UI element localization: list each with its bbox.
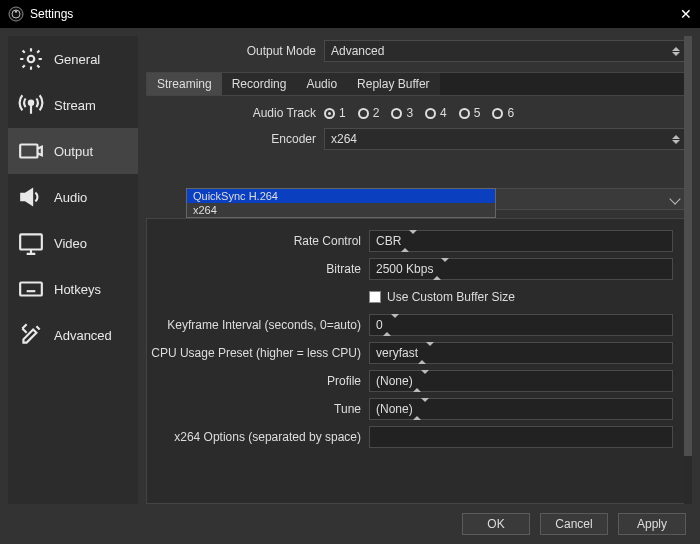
sidebar-item-label: General xyxy=(54,52,100,67)
keyframe-input[interactable]: 0 xyxy=(369,314,673,336)
updown-icon xyxy=(401,234,417,248)
speaker-icon xyxy=(18,184,44,210)
gear-icon xyxy=(18,46,44,72)
settings-window: Settings ✕ General Stream Output xyxy=(0,0,700,544)
obs-icon xyxy=(8,6,24,22)
chevron-down-icon xyxy=(669,193,680,204)
profile-row: Profile (None) xyxy=(147,367,685,395)
sidebar-item-label: Video xyxy=(54,236,87,251)
bitrate-label: Bitrate xyxy=(147,262,369,276)
output-mode-select[interactable]: Advanced xyxy=(324,40,686,62)
main-panel: Output Mode Advanced Streaming Recording… xyxy=(146,36,692,504)
body: General Stream Output Audio xyxy=(0,28,700,504)
footer: OK Cancel Apply xyxy=(0,504,700,544)
svg-rect-5 xyxy=(20,145,37,158)
encoder-row: Encoder x264 xyxy=(146,126,692,152)
tools-icon xyxy=(18,322,44,348)
keyframe-row: Keyframe Interval (seconds, 0=auto) 0 xyxy=(147,311,685,339)
sidebar-item-stream[interactable]: Stream xyxy=(8,82,138,128)
cpu-preset-select[interactable]: veryfast xyxy=(369,342,673,364)
svg-point-2 xyxy=(15,10,17,12)
keyframe-label: Keyframe Interval (seconds, 0=auto) xyxy=(147,318,369,332)
custom-buffer-row: Use Custom Buffer Size xyxy=(147,283,685,311)
keyboard-icon xyxy=(18,276,44,302)
updown-icon xyxy=(418,346,434,360)
encoder-value: x264 xyxy=(331,132,357,146)
rate-control-label: Rate Control xyxy=(147,234,369,248)
tune-label: Tune xyxy=(147,402,369,416)
custom-buffer-label: Use Custom Buffer Size xyxy=(387,290,515,304)
audio-track-radio-3[interactable]: 3 xyxy=(391,106,413,120)
titlebar: Settings ✕ xyxy=(0,0,700,28)
sidebar-item-advanced[interactable]: Advanced xyxy=(8,312,138,358)
sidebar-item-label: Advanced xyxy=(54,328,112,343)
updown-icon xyxy=(413,374,429,388)
cpu-preset-row: CPU Usage Preset (higher = less CPU) ver… xyxy=(147,339,685,367)
audio-track-radio-5[interactable]: 5 xyxy=(459,106,481,120)
audio-track-radio-2[interactable]: 2 xyxy=(358,106,380,120)
custom-buffer-check[interactable]: Use Custom Buffer Size xyxy=(369,290,679,304)
updown-icon[interactable] xyxy=(383,318,399,332)
svg-point-4 xyxy=(29,101,33,105)
x264-options-label: x264 Options (separated by space) xyxy=(147,430,369,444)
svg-rect-6 xyxy=(20,234,42,249)
tab-audio[interactable]: Audio xyxy=(296,73,347,95)
updown-icon xyxy=(669,130,683,148)
close-icon[interactable]: ✕ xyxy=(668,6,692,22)
sidebar-item-hotkeys[interactable]: Hotkeys xyxy=(8,266,138,312)
svg-point-0 xyxy=(9,7,23,21)
output-icon xyxy=(18,138,44,164)
rate-control-row: Rate Control CBR xyxy=(147,227,685,255)
sidebar-item-audio[interactable]: Audio xyxy=(8,174,138,220)
encoder-label: Encoder xyxy=(146,132,324,146)
updown-icon xyxy=(413,402,429,416)
output-tabs: Streaming Recording Audio Replay Buffer xyxy=(146,72,686,96)
audio-track-radio-1[interactable]: 1 xyxy=(324,106,346,120)
updown-icon[interactable] xyxy=(433,262,449,276)
antenna-icon xyxy=(18,92,44,118)
output-mode-label: Output Mode xyxy=(146,44,324,58)
cancel-button[interactable]: Cancel xyxy=(540,513,608,535)
encoder-dropdown[interactable]: QuickSync H.264 x264 xyxy=(186,188,496,218)
x264-options-input[interactable] xyxy=(369,426,673,448)
encoder-settings-panel: Rate Control CBR Bitrate 2500 Kbps xyxy=(146,218,686,504)
bitrate-input[interactable]: 2500 Kbps xyxy=(369,258,673,280)
sidebar-item-label: Audio xyxy=(54,190,87,205)
cpu-preset-label: CPU Usage Preset (higher = less CPU) xyxy=(147,346,369,360)
output-mode-value: Advanced xyxy=(331,44,384,58)
tab-replay-buffer[interactable]: Replay Buffer xyxy=(347,73,440,95)
apply-button[interactable]: Apply xyxy=(618,513,686,535)
encoder-option-x264[interactable]: x264 xyxy=(187,203,495,217)
svg-rect-7 xyxy=(20,283,42,296)
ok-button[interactable]: OK xyxy=(462,513,530,535)
sidebar: General Stream Output Audio xyxy=(8,36,138,504)
window-title: Settings xyxy=(30,7,668,21)
encoder-select[interactable]: x264 xyxy=(324,128,686,150)
rate-control-select[interactable]: CBR xyxy=(369,230,673,252)
encoder-option-quicksync[interactable]: QuickSync H.264 xyxy=(187,189,495,203)
profile-select[interactable]: (None) xyxy=(369,370,673,392)
audio-track-row: Audio Track 1 2 3 4 5 6 xyxy=(146,100,692,126)
sidebar-item-label: Stream xyxy=(54,98,96,113)
tab-streaming[interactable]: Streaming xyxy=(147,73,222,95)
sidebar-item-label: Hotkeys xyxy=(54,282,101,297)
scrollbar-thumb[interactable] xyxy=(684,36,692,456)
profile-label: Profile xyxy=(147,374,369,388)
audio-track-label: Audio Track xyxy=(146,106,324,120)
sidebar-item-output[interactable]: Output xyxy=(8,128,138,174)
output-mode-row: Output Mode Advanced xyxy=(146,36,692,66)
svg-point-3 xyxy=(28,56,35,63)
custom-buffer-checkbox[interactable] xyxy=(369,291,381,303)
audio-track-radio-6[interactable]: 6 xyxy=(492,106,514,120)
monitor-icon xyxy=(18,230,44,256)
sidebar-item-label: Output xyxy=(54,144,93,159)
audio-track-radio-4[interactable]: 4 xyxy=(425,106,447,120)
tune-row: Tune (None) xyxy=(147,395,685,423)
sidebar-item-video[interactable]: Video xyxy=(8,220,138,266)
audio-track-radios: 1 2 3 4 5 6 xyxy=(324,106,686,120)
sidebar-item-general[interactable]: General xyxy=(8,36,138,82)
tab-recording[interactable]: Recording xyxy=(222,73,297,95)
scrollbar-track[interactable] xyxy=(684,36,692,504)
updown-icon xyxy=(669,42,683,60)
tune-select[interactable]: (None) xyxy=(369,398,673,420)
